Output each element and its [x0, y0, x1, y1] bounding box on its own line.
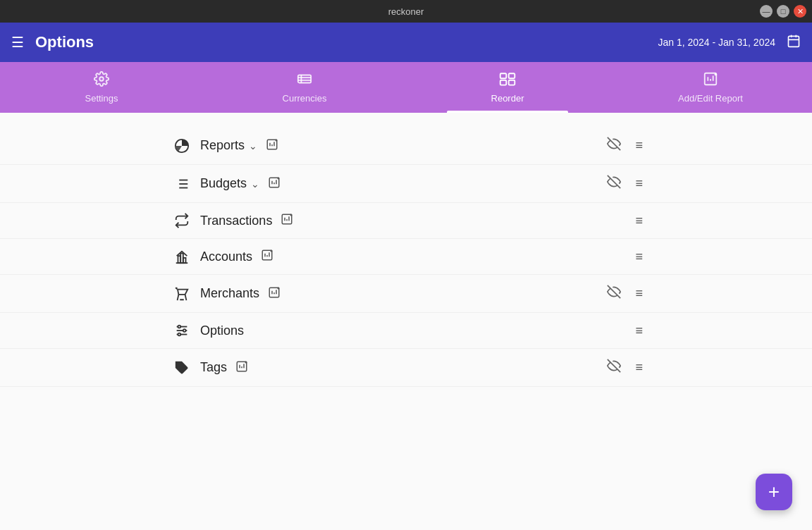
tab-add-edit-report[interactable]: Add/Edit Report — [609, 62, 812, 113]
merchants-add-icon[interactable] — [268, 286, 281, 302]
accounts-icon — [169, 249, 195, 264]
budgets-chevron: ⌄ — [251, 178, 259, 190]
list-item-merchants: Merchants — [0, 275, 812, 313]
list-item-budgets: Budgets ⌄ — [0, 165, 812, 203]
options-actions: ≡ — [635, 323, 643, 338]
list-item-options: Options ≡ — [0, 313, 812, 349]
tags-icon — [169, 360, 195, 376]
reports-icon — [169, 138, 195, 154]
titlebar: reckoner — □ ✕ — [0, 0, 812, 23]
list-item-transactions: Transactions ≡ — [0, 203, 812, 239]
reports-add-icon[interactable] — [266, 138, 278, 154]
svg-rect-0 — [789, 36, 799, 47]
reports-chevron: ⌄ — [249, 140, 257, 152]
accounts-label: Accounts — [200, 249, 635, 264]
list-item-tags: Tags — [0, 349, 812, 387]
header: ☰ Options Jan 1, 2024 - Jan 31, 2024 — [0, 23, 812, 62]
reports-actions: ≡ — [607, 137, 643, 154]
tab-reorder[interactable]: Reorder — [406, 62, 609, 113]
menu-icon[interactable]: ☰ — [11, 34, 24, 51]
merchants-drag-icon[interactable]: ≡ — [635, 286, 643, 301]
svg-rect-9 — [500, 73, 507, 78]
tags-drag-icon[interactable]: ≡ — [635, 360, 643, 375]
main-content: Reports ⌄ — [0, 113, 812, 530]
tab-settings-label: Settings — [85, 93, 118, 104]
tabbar: Settings Currencies Reorder — [0, 62, 812, 113]
reports-visibility-icon[interactable] — [607, 137, 621, 154]
tab-settings[interactable]: Settings — [0, 62, 203, 113]
window-controls: — □ ✕ — [760, 5, 806, 18]
tags-add-icon[interactable] — [235, 360, 248, 376]
reports-label: Reports ⌄ — [200, 138, 607, 154]
list-item-accounts: Accounts ≡ — [0, 239, 812, 275]
tab-currencies[interactable]: Currencies — [203, 62, 406, 113]
page-title: Options — [35, 33, 94, 51]
budgets-actions: ≡ — [607, 175, 643, 192]
options-icon — [169, 323, 195, 338]
accounts-actions: ≡ — [635, 249, 643, 264]
options-label: Options — [200, 323, 635, 338]
merchants-visibility-icon[interactable] — [607, 285, 621, 302]
maximize-button[interactable]: □ — [777, 5, 789, 18]
minimize-button[interactable]: — — [760, 5, 773, 18]
budgets-icon — [169, 176, 195, 192]
tab-add-edit-report-label: Add/Edit Report — [678, 93, 743, 104]
reorder-icon — [499, 71, 516, 90]
transactions-actions: ≡ — [635, 214, 643, 228]
currencies-icon — [297, 71, 312, 90]
transactions-add-icon[interactable] — [281, 213, 293, 228]
svg-rect-5 — [298, 75, 311, 83]
budgets-drag-icon[interactable]: ≡ — [635, 176, 643, 191]
budgets-add-icon[interactable] — [268, 176, 281, 192]
merchants-actions: ≡ — [607, 285, 643, 302]
tags-actions: ≡ — [607, 359, 643, 376]
tab-currencies-label: Currencies — [283, 93, 327, 104]
close-button[interactable]: ✕ — [794, 5, 806, 18]
budgets-label: Budgets ⌄ — [200, 176, 607, 192]
tags-label: Tags — [200, 360, 607, 376]
svg-rect-49 — [183, 258, 186, 263]
tab-reorder-label: Reorder — [491, 93, 524, 104]
options-drag-icon[interactable]: ≡ — [635, 323, 643, 338]
app-title: reckoner — [388, 6, 424, 17]
svg-rect-12 — [509, 80, 515, 85]
svg-rect-10 — [509, 73, 515, 78]
accounts-drag-icon[interactable]: ≡ — [635, 249, 643, 264]
svg-point-67 — [183, 329, 186, 332]
transactions-drag-icon[interactable]: ≡ — [635, 214, 643, 228]
add-edit-report-icon — [703, 71, 718, 90]
list-item-reports: Reports ⌄ — [0, 127, 812, 165]
budgets-visibility-icon[interactable] — [607, 175, 621, 192]
date-range: Jan 1, 2024 - Jan 31, 2024 — [658, 37, 775, 48]
transactions-label: Transactions — [200, 213, 635, 228]
merchants-icon — [169, 286, 195, 302]
svg-rect-11 — [500, 80, 507, 85]
transactions-icon — [169, 213, 195, 228]
reports-drag-icon[interactable]: ≡ — [635, 138, 643, 153]
settings-icon — [94, 71, 109, 90]
svg-point-66 — [178, 326, 181, 328]
svg-point-4 — [99, 77, 104, 81]
merchants-label: Merchants — [200, 286, 607, 302]
svg-point-68 — [178, 333, 181, 336]
fab-button[interactable]: + — [756, 474, 792, 510]
calendar-icon[interactable] — [787, 34, 801, 51]
tags-visibility-icon[interactable] — [607, 359, 621, 376]
accounts-add-icon[interactable] — [261, 249, 273, 264]
